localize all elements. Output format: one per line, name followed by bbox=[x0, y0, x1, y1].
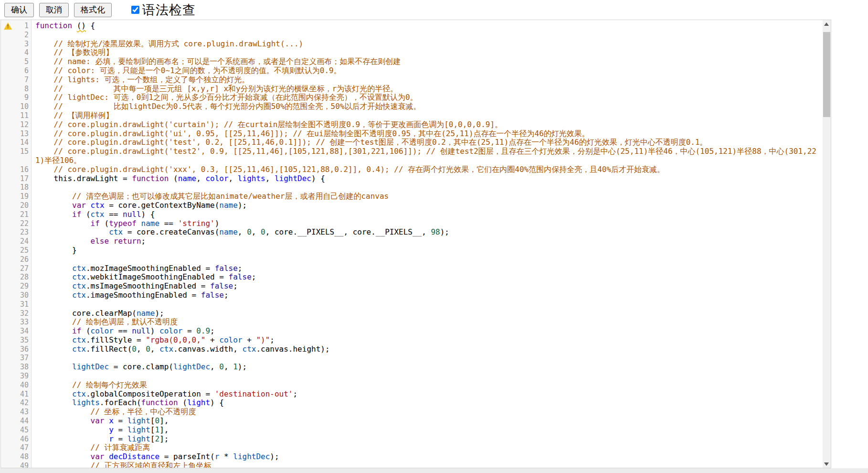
code-line-text[interactable]: var ctx = core.getContextByName(name); bbox=[32, 201, 823, 210]
code-line-text[interactable]: lightDec = core.clamp(lightDec, 0, 1); bbox=[32, 363, 823, 372]
code-line-text[interactable]: ctx = core.createCanvas(name, 0, 0, core… bbox=[32, 228, 823, 237]
code-line-text[interactable]: // lightDec: 可选，0到1之间，光从多少百分比才开始衰减（在此范围内… bbox=[32, 93, 823, 102]
code-line: 26 bbox=[1, 255, 823, 264]
code-line-text[interactable]: // 清空色调层；也可以修改成其它层比如animate/weather层，或者用… bbox=[32, 192, 823, 201]
line-number: 37 bbox=[3, 354, 29, 363]
code-line-text[interactable]: // 计算衰减距离 bbox=[32, 443, 823, 452]
line-number: 22 bbox=[3, 219, 29, 228]
toolbar: 确认 取消 格式化 语法检查 bbox=[0, 0, 868, 20]
line-number: 14 bbox=[3, 138, 29, 147]
code-line-text[interactable]: // core.plugin.drawLight('curtain'); // … bbox=[32, 120, 823, 129]
code-line: 23 ctx = core.createCanvas(name, 0, 0, c… bbox=[1, 228, 823, 237]
code-line-text[interactable]: else return; bbox=[32, 237, 823, 246]
code-editor[interactable]: !1function () {2 3 // 绘制灯光/漆黑层效果。调用方式 co… bbox=[0, 20, 831, 468]
code-line-text[interactable]: // lights: 可选，一个数组，定义了每个独立的灯光。 bbox=[32, 75, 823, 85]
line-number: 31 bbox=[3, 300, 29, 309]
syntax-check-checkbox[interactable] bbox=[131, 6, 139, 14]
line-number: 47 bbox=[3, 443, 29, 452]
code-line: 32 core.clearMap(name); bbox=[1, 309, 823, 318]
code-line-text[interactable]: // core.plugin.drawLight('test', 0.2, [[… bbox=[32, 138, 823, 147]
code-line-text[interactable]: // 其中每一项是三元组 [x,y,r] x和y分别为该灯光的横纵坐标，r为该灯… bbox=[32, 85, 823, 94]
format-button[interactable]: 格式化 bbox=[74, 3, 112, 17]
code-line-text[interactable]: var x = light[0], bbox=[32, 417, 823, 426]
code-line: 8 // 其中每一项是三元组 [x,y,r] x和y分别为该灯光的横纵坐标，r为… bbox=[1, 85, 823, 94]
code-line-text[interactable]: // 绘制色调层，默认不透明度 bbox=[32, 318, 823, 327]
line-number: 21 bbox=[3, 210, 29, 219]
code-line-text[interactable]: } bbox=[32, 246, 823, 255]
code-line-text[interactable]: if (typeof name == 'string') bbox=[32, 219, 823, 228]
code-line: 34 if (color == null) color = 0.9; bbox=[1, 327, 823, 336]
code-line-text[interactable]: // core.plugin.drawLight('test2', 0.9, [… bbox=[32, 147, 823, 165]
line-number: 23 bbox=[3, 228, 29, 237]
code-line-text[interactable]: function () { bbox=[32, 22, 823, 31]
code-line-text[interactable]: // 绘制每个灯光效果 bbox=[32, 381, 823, 390]
line-number: 48 bbox=[3, 452, 29, 462]
code-line-text[interactable]: ctx.fillStyle = "rgba(0,0,0," + color + … bbox=[32, 336, 823, 345]
line-number: 42 bbox=[3, 398, 29, 408]
code-line-text[interactable]: ctx.imageSmoothingEnabled = false; bbox=[32, 291, 823, 300]
code-line: 22 if (typeof name == 'string') bbox=[1, 219, 823, 228]
scroll-down-arrow-icon[interactable] bbox=[823, 460, 831, 468]
code-line-text[interactable]: // 比如lightDec为0.5代表，每个灯光部分内圈50%的范围全亮，50%… bbox=[32, 102, 823, 111]
code-line: 43 // 坐标，半径，中心不透明度 bbox=[1, 408, 823, 417]
line-number: 34 bbox=[3, 327, 29, 336]
scroll-up-arrow-icon[interactable] bbox=[823, 20, 831, 28]
code-line-text[interactable]: if (color == null) color = 0.9; bbox=[32, 327, 823, 336]
line-number: 11 bbox=[3, 111, 29, 120]
code-line-text[interactable]: // 绘制灯光/漆黑层效果。调用方式 core.plugin.drawLight… bbox=[32, 40, 823, 49]
line-number: 26 bbox=[3, 255, 29, 264]
code-line: 18 bbox=[1, 183, 823, 192]
code-line-text[interactable]: this.drawLight = function (name, color, … bbox=[32, 174, 823, 183]
code-line-text[interactable] bbox=[32, 31, 823, 40]
code-line-text[interactable]: // 【参数说明】 bbox=[32, 48, 823, 57]
code-line-text[interactable]: // name: 必填，要绘制到的画布名；可以是一个系统画布，或者是个自定义画布… bbox=[32, 57, 823, 66]
code-line-text[interactable]: // core.plugin.drawLight('xxx', 0.3, [[2… bbox=[32, 165, 823, 174]
code-line-text[interactable]: lights.forEach(function (light) { bbox=[32, 398, 823, 408]
line-number: 30 bbox=[3, 291, 29, 300]
code-line-text[interactable]: r = light[2]; bbox=[32, 435, 823, 444]
line-number: 49 bbox=[3, 462, 29, 468]
line-number: 39 bbox=[3, 372, 29, 381]
code-line-text[interactable]: // 坐标，半径，中心不透明度 bbox=[32, 408, 823, 417]
line-number: 17 bbox=[3, 174, 29, 183]
scrollbar-thumb[interactable] bbox=[823, 32, 830, 117]
code-line: 21 if (ctx == null) { bbox=[1, 210, 823, 219]
code-line: 40 // 绘制每个灯光效果 bbox=[1, 381, 823, 390]
line-number: 24 bbox=[3, 237, 29, 246]
code-line-text[interactable]: // color: 可选，只能是一个0~1之间的数，为不透明度的值。不填则默认为… bbox=[32, 66, 823, 75]
code-line-text[interactable]: // 【调用样例】 bbox=[32, 111, 823, 120]
line-number: 20 bbox=[3, 201, 29, 210]
code-line-text[interactable]: ctx.webkitImageSmoothingEnabled = false; bbox=[32, 273, 823, 282]
code-line-text[interactable] bbox=[32, 354, 823, 363]
line-number: 12 bbox=[3, 120, 29, 129]
code-line-text[interactable] bbox=[32, 372, 823, 381]
line-number: 16 bbox=[3, 165, 29, 174]
code-line: 33 // 绘制色调层，默认不透明度 bbox=[1, 318, 823, 327]
code-line-text[interactable] bbox=[32, 255, 823, 264]
code-line-text[interactable]: if (ctx == null) { bbox=[32, 210, 823, 219]
line-number: 18 bbox=[3, 183, 29, 192]
code-line-text[interactable]: ctx.globalCompositeOperation = 'destinat… bbox=[32, 390, 823, 399]
code-line: 9 // lightDec: 可选，0到1之间，光从多少百分比才开始衰减（在此范… bbox=[1, 93, 823, 102]
cancel-button[interactable]: 取消 bbox=[39, 3, 69, 17]
code-line-text[interactable]: // 正方形区域的直径和左上角坐标 bbox=[32, 462, 823, 468]
confirm-button[interactable]: 确认 bbox=[4, 3, 34, 17]
code-line: 5 // name: 必填，要绘制到的画布名；可以是一个系统画布，或者是个自定义… bbox=[1, 57, 823, 66]
code-line: 13 // core.plugin.drawLight('ui', 0.95, … bbox=[1, 129, 823, 139]
code-line-text[interactable]: y = light[1], bbox=[32, 426, 823, 435]
code-line: 35 ctx.fillStyle = "rgba(0,0,0," + color… bbox=[1, 336, 823, 345]
vertical-scrollbar[interactable] bbox=[823, 20, 831, 468]
code-line-text[interactable] bbox=[32, 300, 823, 309]
code-line-text[interactable]: // core.plugin.drawLight('ui', 0.95, [[2… bbox=[32, 129, 823, 139]
line-number: 29 bbox=[3, 282, 29, 291]
line-number: 40 bbox=[3, 381, 29, 390]
code-line: 7 // lights: 可选，一个数组，定义了每个独立的灯光。 bbox=[1, 75, 823, 85]
code-line-text[interactable]: core.clearMap(name); bbox=[32, 309, 823, 318]
code-line-text[interactable]: ctx.mozImageSmoothingEnabled = false; bbox=[32, 264, 823, 273]
line-number: 41 bbox=[3, 390, 29, 399]
code-line-text[interactable]: ctx.msImageSmoothingEnabled = false; bbox=[32, 282, 823, 291]
code-line-text[interactable] bbox=[32, 183, 823, 192]
code-line-text[interactable]: ctx.fillRect(0, 0, ctx.canvas.width, ctx… bbox=[32, 345, 823, 354]
line-number: 35 bbox=[3, 336, 29, 345]
code-line-text[interactable]: var decDistance = parseInt(r * lightDec)… bbox=[32, 452, 823, 462]
